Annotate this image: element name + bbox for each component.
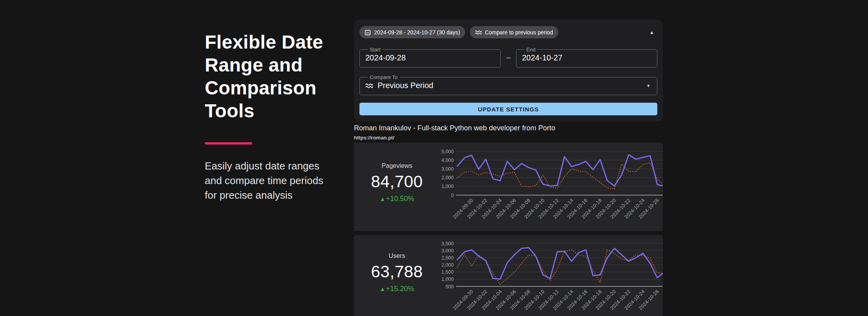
page: { "theme": { "accent_pink": "#e82960", "… (0, 0, 868, 316)
y-tick-label: 2,000 (441, 175, 454, 181)
y-tick-label: 3,500 (441, 241, 454, 246)
site-url: https://roman.pt/ (354, 135, 663, 141)
compare-pill[interactable]: Compare to previous period (470, 26, 558, 38)
y-tick-label: 5,000 (441, 149, 454, 154)
metric-value: 63,788 (371, 262, 423, 281)
site-title: Roman Imankulov - Full-stack Python web … (354, 124, 663, 132)
y-tick-label: 3,000 (441, 248, 454, 254)
current-period-line (457, 155, 663, 186)
chevron-up-icon: ▲ (649, 30, 654, 35)
hero-section: Flexible Date Range and Comparison Tools… (205, 31, 344, 203)
metric-label: Users (389, 252, 405, 260)
arrow-up-icon: ▲ (380, 196, 385, 202)
date-range-separator: – (501, 53, 516, 62)
metric-change: ▲+15.20% (380, 285, 414, 293)
waves-icon (475, 30, 482, 35)
y-tick-label: 1,500 (441, 269, 454, 275)
page-title: Flexible Date Range and Comparison Tools (205, 31, 344, 122)
waves-icon (365, 83, 373, 89)
date-settings-panel: 2024-09-28 - 2024-10-27 (30 days) Compar… (354, 20, 663, 121)
users-card: Users 63,788 ▲+15.20% 5001,0001,5002,000… (354, 235, 663, 316)
pageviews-chart: 01,0002,0003,0004,0005,000 (434, 143, 663, 198)
chevron-down-icon: ▼ (646, 83, 651, 88)
compare-to-value: Previous Period (378, 81, 433, 90)
end-date-value[interactable]: 2024-10-27 (522, 53, 651, 62)
compare-to-select[interactable]: Compare To Previous Period ▼ (359, 75, 657, 95)
update-settings-button[interactable]: UPDATE SETTINGS (359, 103, 657, 115)
end-date-field[interactable]: End 2024-10-27 (516, 47, 657, 68)
metric-value: 84,700 (371, 172, 423, 191)
y-tick-label: 2,500 (441, 255, 454, 261)
calendar-icon (365, 29, 371, 36)
y-tick-label: 4,000 (441, 158, 454, 163)
page-subtitle: Easily adjust date ranges and compare ti… (205, 159, 335, 203)
start-date-label: Start (368, 47, 382, 52)
compare-to-label: Compare To (368, 75, 400, 80)
y-tick-label: 1,000 (441, 276, 454, 282)
pageviews-x-axis-labels: 2024-09-302024-10-022024-10-042024-10-06… (434, 196, 663, 230)
site-header: Roman Imankulov - Full-stack Python web … (354, 124, 663, 141)
start-date-field[interactable]: Start 2024-09-28 (359, 47, 501, 68)
metric-change: ▲+10.50% (380, 195, 414, 203)
date-fields-row: Start 2024-09-28 – End 2024-10-27 (359, 47, 657, 68)
collapse-panel-button[interactable]: ▲ (649, 30, 654, 35)
users-x-axis-labels: 2024-09-302024-10-022024-10-042024-10-06… (434, 287, 663, 316)
users-chart-area: 5001,0001,5002,0002,5003,0003,500 2024-0… (434, 235, 663, 316)
current-period-line (457, 248, 663, 279)
accent-divider (205, 142, 252, 145)
y-tick-label: 2,000 (441, 262, 454, 268)
metric-label: Pageviews (382, 162, 412, 169)
metric-change-value: +15.20% (386, 285, 414, 293)
end-date-label: End (524, 47, 537, 52)
compare-pill-label: Compare to previous period (485, 29, 553, 36)
pageviews-stat: Pageviews 84,700 ▲+10.50% (354, 143, 434, 231)
date-range-pill-label: 2024-09-28 - 2024-10-27 (30 days) (374, 29, 460, 36)
pageviews-card: Pageviews 84,700 ▲+10.50% 01,0002,0003,0… (354, 143, 663, 231)
start-date-value[interactable]: 2024-09-28 (365, 53, 495, 62)
compare-to-value-row: Previous Period ▼ (365, 81, 651, 90)
arrow-up-icon: ▲ (380, 286, 385, 292)
demo-column: 2024-09-28 - 2024-10-27 (30 days) Compar… (354, 20, 663, 316)
date-range-pill[interactable]: 2024-09-28 - 2024-10-27 (30 days) (359, 26, 465, 38)
summary-pills-row: 2024-09-28 - 2024-10-27 (30 days) Compar… (359, 26, 657, 38)
users-stat: Users 63,788 ▲+15.20% (354, 235, 434, 316)
y-tick-label: 3,000 (441, 166, 454, 172)
metric-change-value: +10.50% (386, 195, 414, 203)
pageviews-chart-area: 01,0002,0003,0004,0005,000 2024-09-30202… (434, 143, 663, 231)
y-tick-label: 1,000 (441, 184, 454, 189)
users-chart: 5001,0001,5002,0002,5003,0003,500 (434, 235, 663, 290)
